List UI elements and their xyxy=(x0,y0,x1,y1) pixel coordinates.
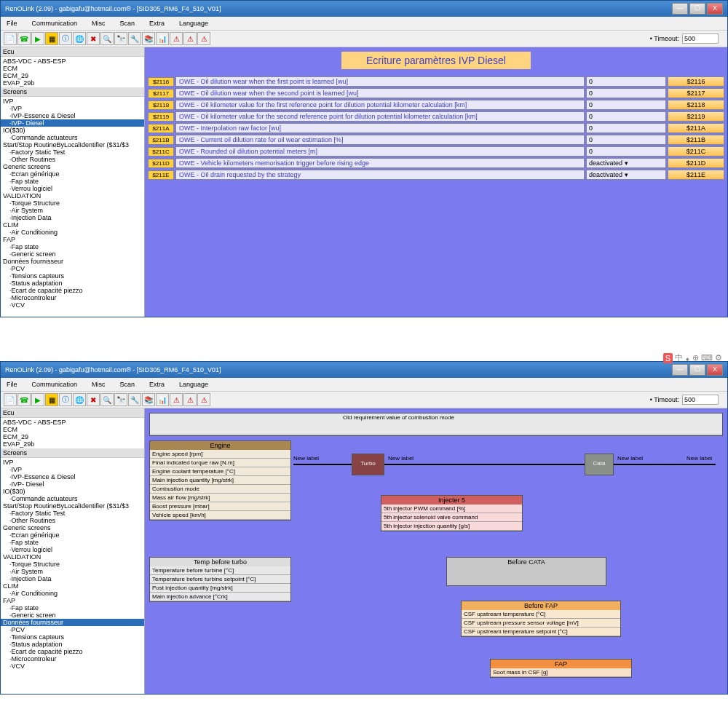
menu-extra[interactable]: Extra xyxy=(146,18,167,28)
tray-icon[interactable]: 中 xyxy=(675,352,683,363)
tree-item[interactable]: ·Status adaptation xyxy=(1,641,144,648)
ecu-item[interactable]: ABS-VDC - ABS-ESP xyxy=(1,419,144,426)
warning2-icon[interactable]: ⚠ xyxy=(183,393,197,406)
chart-icon[interactable]: 📊 xyxy=(156,393,169,406)
tray-icon[interactable]: ⬥ xyxy=(685,354,690,363)
param-value-input[interactable]: 0 xyxy=(586,111,666,122)
tree-item[interactable]: ·Commande actuateurs xyxy=(1,495,144,502)
chart-icon[interactable]: 📊 xyxy=(156,32,169,45)
tree-item[interactable]: FAP xyxy=(1,236,144,243)
tree-item[interactable]: ·Torque Structure xyxy=(1,561,144,568)
tree-item[interactable]: ·Factory Static Test xyxy=(1,510,144,517)
param-value-dropdown[interactable]: deactivated ▾ xyxy=(586,170,666,180)
tree-item[interactable]: ·Other Routines xyxy=(1,517,144,524)
menu-communication[interactable]: Communication xyxy=(29,18,81,28)
tray-icon[interactable]: ⊕ xyxy=(692,353,699,363)
ecu-item[interactable]: ECM_29 xyxy=(1,433,144,440)
menu-extra[interactable]: Extra xyxy=(146,379,167,389)
tree-item[interactable]: ·Air Conditioning xyxy=(1,590,144,597)
tree-item[interactable]: ·Fap state xyxy=(1,539,144,546)
tree-item[interactable]: ·Injection Data xyxy=(1,575,144,582)
tree-item[interactable]: ·Other Routines xyxy=(1,156,144,163)
tray-icon[interactable]: ⚙ xyxy=(715,353,722,363)
ecu-item[interactable]: ABS-VDC - ABS-ESP xyxy=(1,58,144,65)
menu-scan[interactable]: Scan xyxy=(117,18,138,28)
minimize-button[interactable]: — xyxy=(672,364,688,376)
menu-language[interactable]: Language xyxy=(176,18,211,28)
tree-item[interactable]: Start/Stop RoutineByLocalIdentifier ($31… xyxy=(1,502,144,510)
tree-item[interactable]: Données fournisseur xyxy=(1,619,144,626)
tree-item[interactable]: ·Verrou logiciel xyxy=(1,185,144,192)
titlebar[interactable]: RenOLink (2.09) - gabigafu@hotmail.com® … xyxy=(1,362,727,378)
tree-item[interactable]: IO($30) xyxy=(1,127,144,134)
tree-item[interactable]: IVP xyxy=(1,98,144,105)
param-value-input[interactable]: 0 xyxy=(586,135,666,145)
search-icon[interactable]: 🔍 xyxy=(100,32,114,45)
tree-item[interactable]: FAP xyxy=(1,597,144,604)
tree-item[interactable]: IO($30) xyxy=(1,488,144,495)
close-button[interactable]: X xyxy=(707,364,723,376)
ime-icon[interactable]: S xyxy=(663,353,673,363)
ecu-item[interactable]: EVAP_29b xyxy=(1,79,144,87)
new-icon[interactable]: 📄 xyxy=(4,393,17,406)
connect-icon[interactable]: ☎ xyxy=(17,32,31,45)
param-write-button[interactable]: $2118 xyxy=(668,100,724,110)
tree-item[interactable]: ·IVP- Diesel xyxy=(1,119,144,127)
menu-misc[interactable]: Misc xyxy=(89,379,108,389)
warning2-icon[interactable]: ⚠ xyxy=(183,32,197,45)
tree-item[interactable]: ·Ecart de capacité piezzo xyxy=(1,287,144,294)
tree-item[interactable]: ·VCV xyxy=(1,301,144,309)
param-value-input[interactable]: 0 xyxy=(586,146,666,157)
tree-item[interactable]: ·Tensions capteurs xyxy=(1,272,144,280)
tree-item[interactable]: ·Fap state xyxy=(1,604,144,612)
diagram-panel[interactable]: Old requirement value of combustion mode… xyxy=(145,408,727,694)
tree-item[interactable]: Données fournisseur xyxy=(1,258,144,265)
tree-item[interactable]: ·Ecart de capacité piezzo xyxy=(1,648,144,655)
play-icon[interactable]: ▶ xyxy=(31,393,44,406)
param-value-input[interactable]: 0 xyxy=(586,88,666,98)
binoculars-icon[interactable]: 🔭 xyxy=(114,393,127,406)
warning3-icon[interactable]: ⚠ xyxy=(197,393,210,406)
minimize-button[interactable]: — xyxy=(672,3,688,15)
new-icon[interactable]: 📄 xyxy=(4,32,17,45)
ecu-item[interactable]: ECM_29 xyxy=(1,72,144,79)
globe-icon[interactable]: 🌐 xyxy=(73,32,86,45)
tree-item[interactable]: CLIM xyxy=(1,221,144,229)
tree-item[interactable]: ·Factory Static Test xyxy=(1,149,144,156)
info-icon[interactable]: ⓘ xyxy=(59,393,72,406)
maximize-button[interactable]: ☐ xyxy=(689,364,705,376)
tree-item[interactable]: IVP xyxy=(1,459,144,466)
param-write-button[interactable]: $211E xyxy=(668,170,724,180)
tray-icon[interactable]: ⌨ xyxy=(701,353,713,363)
param-write-button[interactable]: $211B xyxy=(668,135,724,145)
delete-icon[interactable]: ✖ xyxy=(87,393,100,406)
delete-icon[interactable]: ✖ xyxy=(87,32,100,45)
param-value-input[interactable]: 0 xyxy=(586,100,666,110)
tree-item[interactable]: ·Air System xyxy=(1,207,144,214)
tree-item[interactable]: ·IVP-Essence & Diesel xyxy=(1,473,144,480)
titlebar[interactable]: RenOLink (2.09) - gabigafu@hotmail.com® … xyxy=(1,1,727,17)
param-value-input[interactable]: 0 xyxy=(586,76,666,87)
grid-icon[interactable]: ▦ xyxy=(45,32,58,45)
param-write-button[interactable]: $2119 xyxy=(668,111,724,122)
param-write-button[interactable]: $211A xyxy=(668,123,724,133)
layers-icon[interactable]: 📚 xyxy=(142,32,155,45)
tree-item[interactable]: ·Torque Structure xyxy=(1,199,144,207)
connect-icon[interactable]: ☎ xyxy=(17,393,31,406)
tree-item[interactable]: ·PCV xyxy=(1,626,144,633)
param-write-button[interactable]: $211D xyxy=(668,158,724,168)
tree-item[interactable]: ·IVP xyxy=(1,466,144,473)
tree-item[interactable]: ·IVP xyxy=(1,105,144,112)
ecu-item[interactable]: ECM xyxy=(1,65,144,72)
warning3-icon[interactable]: ⚠ xyxy=(197,32,210,45)
tree-item[interactable]: ·Commande actuateurs xyxy=(1,134,144,141)
tree-item[interactable]: ·Ecran générique xyxy=(1,531,144,539)
warning1-icon[interactable]: ⚠ xyxy=(170,393,183,406)
close-button[interactable]: X xyxy=(707,3,723,15)
tree-item[interactable]: ·Ecran générique xyxy=(1,170,144,178)
timeout-input[interactable] xyxy=(682,33,719,44)
search-icon[interactable]: 🔍 xyxy=(100,393,114,406)
tree-item[interactable]: VALIDATION xyxy=(1,192,144,199)
tree-item[interactable]: ·Air Conditioning xyxy=(1,229,144,236)
play-icon[interactable]: ▶ xyxy=(31,32,44,45)
